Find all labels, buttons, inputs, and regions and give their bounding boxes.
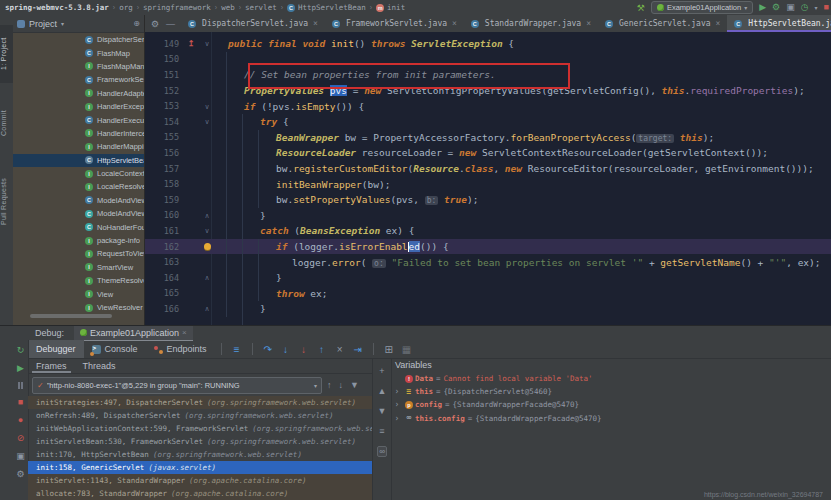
line-number[interactable]: 161	[145, 226, 183, 236]
line-number[interactable]: 155	[145, 132, 183, 142]
stack-frame[interactable]: onRefresh:489, DispatcherServlet(org.spr…	[28, 409, 372, 422]
horizontal-scrollbar[interactable]	[30, 314, 112, 318]
step-over-icon[interactable]: ↷	[259, 344, 277, 355]
variable-row[interactable]: ›≡this={DispatcherServlet@5460}	[391, 385, 831, 398]
run-to-cursor-icon[interactable]: ⇥	[349, 344, 367, 355]
stack-frame[interactable]: allocate:783, StandardWrapper(org.apache…	[28, 487, 372, 500]
prev-frame-icon[interactable]: ↑	[327, 380, 332, 390]
line-number[interactable]: 153	[145, 101, 183, 111]
next-frame-icon[interactable]: ↓	[339, 380, 344, 390]
stop-icon[interactable]: ■	[18, 398, 23, 407]
project-tree-item[interactable]: IHandlerMapping	[13, 140, 144, 153]
project-tree-item[interactable]: ILocaleContextReso	[13, 167, 144, 180]
coverage-button[interactable]: ▣	[786, 3, 795, 12]
line-number[interactable]: 165	[145, 288, 183, 298]
code-editor[interactable]: 149↥∨public final void init() throws Ser…	[145, 32, 831, 325]
stack-frame[interactable]: initWebApplicationContext:599, Framework…	[28, 422, 372, 435]
project-tree-item[interactable]: IView	[13, 287, 144, 300]
project-tree-item[interactable]: Ipackage-info	[13, 234, 144, 247]
variable-row[interactable]: ›pconfig={StandardWrapperFacade@5470}	[391, 398, 831, 411]
breadcrumb-item[interactable]: spring-webmvc-5.3.8.jar	[5, 3, 109, 12]
project-tree-item[interactable]: CDispatcherServlet	[13, 33, 144, 46]
thread-selector[interactable]: ✓ "http-nio-8080-exec-1"@5,229 in group …	[32, 377, 322, 394]
expand-chevron-icon[interactable]: ›	[391, 414, 403, 423]
fold-marker[interactable]: ∨	[199, 40, 215, 47]
run-button[interactable]: ▶	[759, 3, 766, 12]
variable-row[interactable]: !Data=Cannot find local variable 'Data'	[391, 372, 831, 385]
move-watch-up-icon[interactable]: ▲	[378, 386, 387, 396]
breadcrumb-item[interactable]: org	[119, 3, 133, 12]
close-icon[interactable]: ×	[182, 328, 187, 337]
line-number[interactable]: 164	[145, 273, 183, 283]
fold-marker[interactable]: ∧	[199, 274, 215, 281]
line-number[interactable]: 156	[145, 148, 183, 158]
breadcrumb-item[interactable]: servlet	[245, 3, 277, 12]
build-hammer-icon[interactable]: ⚒	[637, 3, 645, 13]
project-tree-item[interactable]: CHandlerExecutionC	[13, 113, 144, 126]
debug-tab-console[interactable]: Console	[84, 340, 146, 358]
variable-row[interactable]: ›∞this.config={StandardWrapperFacade@547…	[391, 412, 831, 425]
project-tree-item[interactable]: IViewResolver	[13, 301, 144, 314]
debug-button[interactable]: ⚙	[772, 3, 780, 12]
editor-tab[interactable]: CFrameworkServlet.java×	[325, 15, 464, 32]
layout-settings-icon[interactable]: ▦	[398, 344, 416, 355]
project-tree-item[interactable]: CHttpServletBean	[13, 154, 144, 167]
debug-tab-endpoints[interactable]: Endpoints	[146, 340, 215, 358]
close-icon[interactable]: ×	[313, 19, 318, 28]
force-step-into-icon[interactable]: ↓	[295, 344, 313, 355]
filter-frames-icon[interactable]: ▼	[350, 380, 359, 390]
expand-chevron-icon[interactable]: ›	[391, 387, 403, 396]
line-number[interactable]: 162	[145, 242, 183, 252]
breadcrumb-item[interactable]: springframework	[143, 3, 211, 12]
debug-session-tab[interactable]: Example01Application ×	[74, 326, 193, 341]
locate-file-icon[interactable]: ⊕	[133, 19, 140, 28]
line-number[interactable]: 149	[145, 39, 183, 49]
settings-gear-icon[interactable]: ⚙	[16, 470, 24, 479]
project-tree-item[interactable]: IFlashMapManager	[13, 60, 144, 73]
tool-window-button[interactable]: 1: Project	[0, 25, 13, 83]
layout-menu-icon[interactable]: ≡	[228, 344, 246, 355]
add-watch-icon[interactable]: +	[379, 366, 384, 376]
override-marker-icon[interactable]: ↥	[188, 39, 195, 48]
editor-tab[interactable]: CHttpServletBean.java×	[727, 15, 831, 32]
tool-window-button[interactable]: Pull Requests	[0, 165, 13, 237]
watch-menu-icon[interactable]: ≡	[379, 426, 384, 436]
line-number[interactable]: 151	[145, 70, 183, 80]
editor-tab[interactable]: CGenericServlet.java×	[598, 15, 727, 32]
project-tree-item[interactable]: CFrameworkServlet	[13, 73, 144, 86]
project-tree-item[interactable]: CNoHandlerFoundExc	[13, 220, 144, 233]
expand-chevron-icon[interactable]: ›	[391, 400, 403, 409]
line-number[interactable]: 158	[145, 179, 183, 189]
line-number[interactable]: 150	[145, 54, 183, 64]
project-tree-item[interactable]: IHandlerIntercepto	[13, 127, 144, 140]
line-number[interactable]: 166	[145, 304, 183, 314]
project-tree-item[interactable]: IRequestToViewName	[13, 247, 144, 260]
line-number[interactable]: 159	[145, 195, 183, 205]
screenshot-icon[interactable]: ▣	[16, 452, 25, 461]
mute-breakpoints-icon[interactable]: ⊘	[17, 434, 25, 443]
fold-marker[interactable]: ∨	[199, 227, 215, 234]
project-tree-item[interactable]: IHandlerAdapter	[13, 87, 144, 100]
profiler-button[interactable]: ◷	[801, 3, 809, 12]
gear-icon[interactable]: ⚙	[151, 19, 159, 29]
stack-frame[interactable]: init:170, HttpServletBean(org.springfram…	[28, 448, 372, 461]
stack-frame[interactable]: initServlet:1143, StandardWrapper(org.ap…	[28, 474, 372, 487]
view-tab-threads[interactable]: Threads	[75, 358, 124, 373]
drop-frame-icon[interactable]: ×	[331, 344, 349, 355]
step-out-icon[interactable]: ↑	[313, 344, 331, 355]
project-panel-header[interactable]: Project ▾ ⊕	[13, 15, 144, 33]
intention-bulb-icon[interactable]	[204, 243, 211, 250]
line-number[interactable]: 154	[145, 117, 183, 127]
debug-tab-debugger[interactable]: Debugger	[28, 340, 84, 358]
project-tree-item[interactable]: ILocaleResolver	[13, 180, 144, 193]
breadcrumb-item[interactable]: web	[221, 3, 235, 12]
project-tree-item[interactable]: CFlashMap	[13, 46, 144, 59]
resume-icon[interactable]: ▶	[17, 364, 24, 373]
project-tree-item[interactable]: IHandlerExceptionR	[13, 100, 144, 113]
fold-marker[interactable]: ∧	[199, 212, 215, 219]
stack-frame[interactable]: initStrategies:497, DispatcherServlet(or…	[28, 396, 372, 409]
step-into-icon[interactable]: ↓	[277, 344, 295, 355]
line-number[interactable]: 157	[145, 164, 183, 174]
breadcrumb-item[interactable]: CHttpServletBean	[287, 3, 366, 12]
fold-marker[interactable]: ∨	[199, 103, 215, 110]
